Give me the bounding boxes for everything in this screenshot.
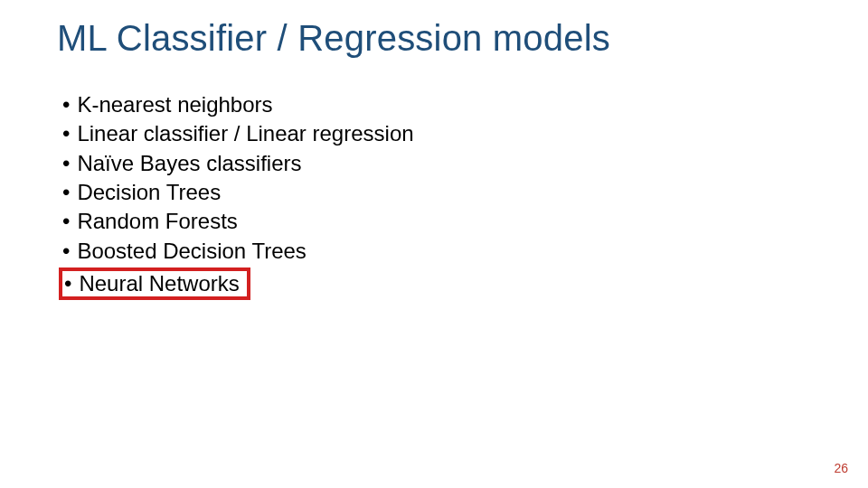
bullet-icon: •	[62, 209, 70, 234]
list-item-label: Decision Trees	[77, 180, 221, 205]
list-item-label: Naïve Bayes classifiers	[77, 151, 301, 176]
slide-title: ML Classifier / Regression models	[57, 18, 610, 59]
bullet-icon: •	[62, 239, 70, 264]
page-number: 26	[834, 461, 848, 475]
highlight-box: • Neural Networks	[59, 267, 250, 300]
bullet-icon: •	[64, 271, 71, 296]
list-item: • K-nearest neighbors	[62, 92, 414, 117]
list-item-label: Boosted Decision Trees	[77, 239, 306, 264]
list-item: • Decision Trees	[62, 180, 414, 205]
list-item: • Linear classifier / Linear regression	[62, 121, 414, 146]
bullet-list: • K-nearest neighbors • Linear classifie…	[62, 92, 414, 304]
slide: ML Classifier / Regression models • K-ne…	[0, 0, 868, 488]
list-item: • Random Forests	[62, 209, 414, 234]
list-item-label: Linear classifier / Linear regression	[77, 121, 413, 146]
list-item: • Boosted Decision Trees	[62, 239, 414, 264]
bullet-icon: •	[62, 92, 70, 117]
list-item: • Neural Networks	[62, 267, 414, 300]
list-item-label: Random Forests	[77, 209, 237, 234]
bullet-icon: •	[62, 180, 70, 205]
list-item: • Naïve Bayes classifiers	[62, 151, 414, 176]
list-item-label: K-nearest neighbors	[77, 92, 272, 117]
list-item-label: Neural Networks	[79, 271, 239, 296]
bullet-icon: •	[62, 121, 70, 146]
bullet-icon: •	[62, 151, 70, 176]
